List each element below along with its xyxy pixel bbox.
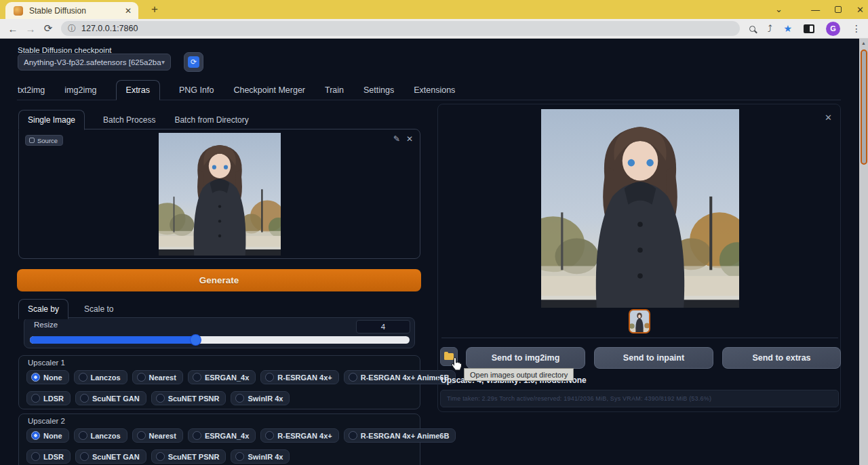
upscaler2-option-anime6b[interactable]: R-ESRGAN 4x+ Anime6B <box>344 428 456 443</box>
tab-batch-process[interactable]: Batch Process <box>102 110 156 129</box>
source-image-preview[interactable] <box>159 133 281 256</box>
result-image[interactable] <box>541 109 739 308</box>
mouse-cursor-icon <box>451 357 462 373</box>
resize-block: Resize 4 <box>24 317 415 348</box>
tab-txt2img[interactable]: txt2img <box>17 81 45 100</box>
upscaler2-option-scunet-psnr[interactable]: ScuNET PSNR <box>151 449 226 464</box>
generate-button[interactable]: Generate <box>17 269 421 291</box>
gallery-thumbnail[interactable] <box>629 309 650 333</box>
upscaler1-option-swinir[interactable]: SwinIR 4x <box>231 391 290 405</box>
source-badge: Source <box>25 135 63 146</box>
back-icon[interactable]: ← <box>4 23 22 35</box>
browser-toolbar: ← → ⟳ ⓘ 127.0.0.1:7860 ⤴ ★ G ⋮ <box>0 19 868 39</box>
upscaler1-option-scunet-psnr[interactable]: ScuNET PSNR <box>151 391 226 405</box>
slider-fill <box>30 336 195 344</box>
tab-scale-by[interactable]: Scale by <box>18 299 68 319</box>
site-info-icon[interactable]: ⓘ <box>68 23 76 35</box>
image-icon <box>29 138 35 143</box>
window-close-icon[interactable]: ✕ <box>856 5 864 15</box>
profile-avatar[interactable]: G <box>826 22 840 36</box>
tab-search-icon[interactable]: ⌄ <box>775 4 783 14</box>
upscaler1-option-none[interactable]: None <box>26 370 69 384</box>
upscaler2-option-esrgan4x[interactable]: ESRGAN_4x <box>188 428 256 443</box>
page-scrollbar[interactable]: ▲ <box>859 39 868 465</box>
upscaler1-option-esrgan4x[interactable]: ESRGAN_4x <box>188 370 256 384</box>
tab-scale-to[interactable]: Scale to <box>83 300 114 319</box>
upscaler2-group: Upscaler 2 None Lanczos Nearest ESRGAN_4… <box>18 413 420 465</box>
upscaler2-option-swinir[interactable]: SwinIR 4x <box>231 449 290 464</box>
upscaler2-option-scunet-gan[interactable]: ScuNET GAN <box>75 449 146 464</box>
tab-train[interactable]: Train <box>324 81 344 100</box>
footer-stats: Time taken: 2.29s Torch active/reserved:… <box>440 390 839 407</box>
upscaler2-label: Upscaler 2 <box>28 417 65 425</box>
radio-icon <box>235 452 244 461</box>
source-badge-label: Source <box>37 137 58 144</box>
result-image-art <box>541 109 739 308</box>
close-result-icon[interactable]: ✕ <box>825 113 832 123</box>
thumbnail-art <box>630 310 649 332</box>
send-to-inpaint-button[interactable]: Send to inpaint <box>594 347 713 369</box>
upscaler2-option-nearest[interactable]: Nearest <box>132 428 183 443</box>
new-tab-button[interactable]: + <box>146 1 163 18</box>
radio-icon <box>193 373 201 382</box>
tab-png-info[interactable]: PNG Info <box>178 81 214 100</box>
upscaler2-option-resrgan4x[interactable]: R-ESRGAN 4x+ <box>260 428 338 443</box>
browser-tab-strip: Stable Diffusion ✕ + ⌄ — ✕ <box>0 0 868 19</box>
url-text: 127.0.0.1:7860 <box>81 24 138 33</box>
browser-menu-icon[interactable]: ⋮ <box>852 23 861 34</box>
tab-extras[interactable]: Extras <box>116 80 160 100</box>
upscaler1-option-ldsr[interactable]: LDSR <box>26 391 71 405</box>
minimize-icon[interactable]: — <box>811 5 820 15</box>
radio-icon <box>235 394 244 403</box>
forward-icon[interactable]: → <box>22 23 39 35</box>
upscaler1-option-nearest[interactable]: Nearest <box>132 370 183 384</box>
maximize-icon[interactable] <box>835 6 842 13</box>
result-panel: ✕ <box>437 104 841 412</box>
screen: Stable Diffusion ✕ + ⌄ — ✕ ← → ⟳ ⓘ 127.0… <box>0 0 868 465</box>
radio-icon <box>193 431 201 440</box>
scrollbar-up-icon[interactable]: ▲ <box>859 41 868 45</box>
radio-selected-icon <box>31 431 40 440</box>
tab-extensions[interactable]: Extensions <box>413 81 456 100</box>
source-image-dropzone[interactable]: Source ✎ ✕ <box>18 129 420 259</box>
resize-slider[interactable] <box>30 336 410 344</box>
upscaler1-option-resrgan4x[interactable]: R-ESRGAN 4x+ <box>260 370 338 384</box>
send-to-img2img-button[interactable]: Send to img2img <box>466 347 585 369</box>
divider <box>441 338 838 338</box>
bookmark-star-icon[interactable]: ★ <box>783 23 792 34</box>
tab-batch-from-directory[interactable]: Batch from Directory <box>174 110 249 129</box>
tab-close-icon[interactable]: ✕ <box>123 6 133 16</box>
radio-icon <box>137 373 146 382</box>
upscaler1-option-lanczos[interactable]: Lanczos <box>74 370 127 384</box>
upscaler2-option-ldsr[interactable]: LDSR <box>26 449 71 464</box>
share-icon[interactable]: ⤴ <box>767 23 772 34</box>
checkpoint-value: Anything-V3-fp32.safetensors [625a2ba2] <box>24 58 161 66</box>
upscaler2-option-lanczos[interactable]: Lanczos <box>74 428 127 443</box>
slider-handle[interactable] <box>191 335 201 345</box>
refresh-icon: ⟳ <box>188 56 199 68</box>
generate-label: Generate <box>199 275 239 285</box>
radio-icon <box>349 373 357 382</box>
scrollbar-thumb[interactable] <box>861 49 867 165</box>
webui-page: Stable Diffusion checkpoint Anything-V3-… <box>0 39 868 465</box>
clear-image-icon[interactable]: ✕ <box>406 134 413 144</box>
tab-settings[interactable]: Settings <box>363 81 395 100</box>
checkpoint-dropdown[interactable]: Anything-V3-fp32.safetensors [625a2ba2] … <box>18 54 171 70</box>
edit-image-icon[interactable]: ✎ <box>393 134 400 144</box>
browser-tab[interactable]: Stable Diffusion ✕ <box>5 2 138 19</box>
refresh-checkpoint-button[interactable]: ⟳ <box>184 52 203 72</box>
send-to-extras-button[interactable]: Send to extras <box>722 347 841 369</box>
upscaler2-option-none[interactable]: None <box>26 428 69 443</box>
tab-checkpoint-merger[interactable]: Checkpoint Merger <box>233 81 306 100</box>
upscaler1-option-scunet-gan[interactable]: ScuNET GAN <box>75 391 146 405</box>
radio-icon <box>79 373 87 382</box>
resize-number-input[interactable]: 4 <box>356 320 410 333</box>
address-bar[interactable]: ⓘ 127.0.0.1:7860 <box>61 21 740 36</box>
tab-single-image[interactable]: Single Image <box>18 110 85 130</box>
reload-icon[interactable]: ⟳ <box>39 22 57 35</box>
tab-img2img[interactable]: img2img <box>64 81 97 100</box>
side-panel-icon[interactable] <box>804 24 814 33</box>
radio-icon <box>80 394 89 403</box>
source-image <box>159 133 281 256</box>
search-icon[interactable] <box>749 26 755 32</box>
